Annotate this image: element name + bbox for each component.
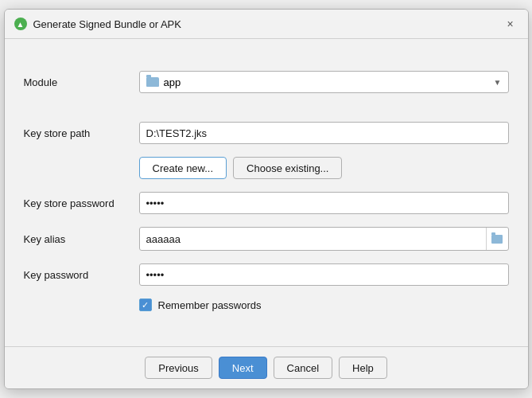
key-alias-label: Key alias: [24, 233, 139, 245]
module-value: app: [164, 76, 181, 88]
title-left: ▲ Generate Signed Bundle or APK: [14, 18, 181, 30]
folder-icon: [491, 235, 503, 244]
dialog-title: Generate Signed Bundle or APK: [33, 18, 181, 30]
choose-existing-button[interactable]: Choose existing...: [233, 157, 342, 179]
key-password-input[interactable]: [139, 263, 509, 286]
key-alias-folder-button[interactable]: [486, 228, 508, 250]
close-button[interactable]: ×: [503, 16, 518, 32]
cancel-button[interactable]: Cancel: [274, 357, 332, 379]
keystore-password-control: [139, 192, 509, 214]
create-new-button[interactable]: Create new...: [139, 157, 227, 179]
key-alias-input-wrapper: [139, 227, 509, 251]
remember-passwords-checkbox[interactable]: ✓: [139, 298, 152, 311]
keystore-path-row: Key store path: [24, 122, 509, 144]
keystore-password-label: Key store password: [24, 197, 139, 209]
key-alias-input[interactable]: [140, 228, 486, 250]
mid-spacer: [24, 106, 509, 122]
dialog-content: Module app ▼ Key store path Creat: [5, 39, 528, 346]
keystore-path-control: [139, 122, 509, 144]
title-bar: ▲ Generate Signed Bundle or APK ×: [5, 10, 528, 39]
key-password-control: [139, 263, 509, 286]
module-select[interactable]: app ▼: [139, 71, 509, 93]
keystore-action-buttons: Create new... Choose existing...: [24, 157, 509, 179]
help-button[interactable]: Help: [339, 357, 387, 379]
chevron-down-icon: ▼: [494, 78, 502, 87]
module-row: Module app ▼: [24, 71, 509, 93]
module-label: Module: [24, 76, 139, 88]
keystore-path-label: Key store path: [24, 127, 139, 139]
key-password-row: Key password: [24, 263, 509, 286]
keystore-path-input[interactable]: [139, 122, 509, 144]
module-control: app ▼: [139, 71, 509, 93]
previous-button[interactable]: Previous: [145, 357, 212, 379]
module-select-left: app: [146, 76, 181, 88]
remember-passwords-label: Remember passwords: [158, 299, 262, 311]
top-spacer: [24, 55, 509, 71]
key-alias-control: [139, 227, 509, 251]
key-password-label: Key password: [24, 269, 139, 281]
dialog-footer: Previous Next Cancel Help: [5, 346, 528, 388]
keystore-password-input[interactable]: [139, 192, 509, 214]
module-folder-icon: [146, 77, 159, 87]
dialog: ▲ Generate Signed Bundle or APK × Module…: [4, 9, 529, 389]
next-button[interactable]: Next: [219, 357, 267, 379]
key-alias-row: Key alias: [24, 227, 509, 251]
checkmark-icon: ✓: [142, 301, 149, 310]
keystore-password-row: Key store password: [24, 192, 509, 214]
android-icon: ▲: [14, 18, 27, 30]
remember-passwords-row: ✓ Remember passwords: [24, 298, 509, 311]
